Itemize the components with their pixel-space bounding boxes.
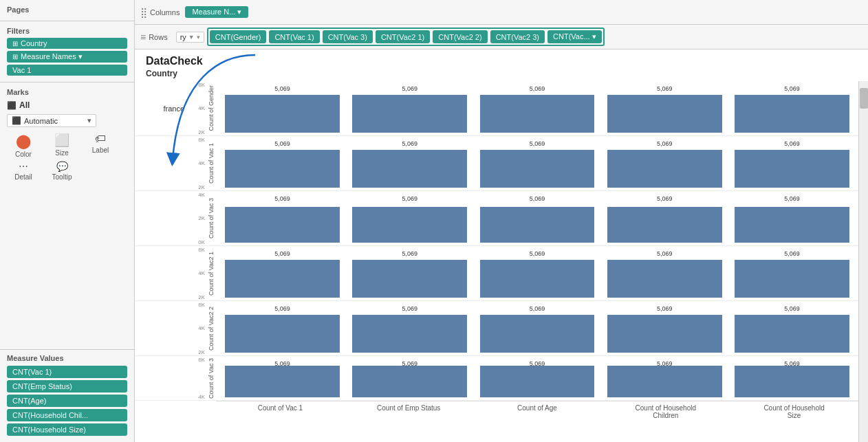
y-label-row2: Count of Vac 3 bbox=[206, 197, 216, 240]
mv-pill-vac1[interactable]: CNT(Vac 1) bbox=[7, 366, 127, 378]
cnt-vac21-label: CNT(Vac2 1) bbox=[381, 33, 424, 41]
cnt-pill-more[interactable]: CNT(Vac... ▾ bbox=[547, 30, 602, 43]
mv-pill-household-chil[interactable]: CNT(Household Chil... bbox=[7, 409, 127, 421]
vertical-scrollbar[interactable] bbox=[858, 81, 868, 442]
cnt-vac22-label: CNT(Vac2 2) bbox=[438, 33, 481, 41]
cnt-pill-gender[interactable]: CNT(Gender) bbox=[210, 30, 267, 43]
bar-cell-1-1: 5,069 bbox=[347, 139, 472, 188]
color-button[interactable]: ⬤ Color bbox=[7, 133, 40, 158]
viz-country-header: Country bbox=[135, 69, 868, 81]
columns-icon: ⣿ bbox=[140, 7, 147, 18]
rows-toolbar: ≡ Rows ry ▼ ▾ CNT(Gender) CNT(Vac 1) CNT… bbox=[135, 25, 868, 49]
bar-value-4-4: 5,069 bbox=[730, 305, 854, 312]
bar-value-3-2: 5,069 bbox=[475, 250, 599, 257]
cnt-vac3-label: CNT(Vac 3) bbox=[328, 33, 367, 41]
bar-rect-0-4 bbox=[735, 95, 849, 133]
label-button[interactable]: 🏷 Label bbox=[84, 133, 117, 158]
bar-cell-1-0: 5,069 bbox=[220, 139, 345, 188]
bar-value-0-1: 5,069 bbox=[347, 85, 472, 92]
color-icon: ⬤ bbox=[16, 133, 31, 149]
bars-row-2: 5,069 5,069 5,069 5,069 bbox=[216, 191, 858, 245]
cnt-vac1-label: CNT(Vac 1) bbox=[274, 33, 314, 41]
filters-title: Filters bbox=[7, 27, 127, 35]
cnt-pill-vac1[interactable]: CNT(Vac 1) bbox=[269, 30, 319, 43]
bar-rect-0-2 bbox=[480, 95, 595, 133]
bar-cell-3-2: 5,069 bbox=[475, 249, 599, 298]
bar-rect-3-0 bbox=[225, 260, 340, 298]
bar-cell-0-3: 5,069 bbox=[603, 84, 727, 133]
size-label: Size bbox=[55, 149, 68, 157]
cnt-pills-container: CNT(Gender) CNT(Vac 1) CNT(Vac 3) CNT(Va… bbox=[207, 27, 605, 46]
cnt-pill-vac21[interactable]: CNT(Vac2 1) bbox=[376, 30, 430, 43]
chart-body: france 6K 4K 2K Count of Gender 6K 4K 2K bbox=[135, 81, 868, 442]
label-label: Label bbox=[92, 146, 109, 154]
x-label-0: Count of Vac 1 bbox=[216, 401, 345, 422]
y-row1: 6K 4K 2K Count of Vac 1 bbox=[135, 136, 216, 191]
bar-value-4-1: 5,069 bbox=[347, 305, 472, 312]
bar-rect-3-3 bbox=[607, 260, 722, 298]
filter-vac1-label: Vac 1 bbox=[12, 66, 31, 74]
cnt-pill-vac22[interactable]: CNT(Vac2 2) bbox=[433, 30, 487, 43]
bar-value-3-0: 5,069 bbox=[220, 250, 345, 257]
y-row2: 4K 2K 0K Count of Vac 3 bbox=[135, 191, 216, 246]
bar-cell-5-2: 5,069 bbox=[475, 359, 599, 397]
filter-vac1[interactable]: Vac 1 bbox=[7, 65, 127, 76]
chart-row-4: 5,069 5,069 5,069 5,069 bbox=[216, 301, 858, 356]
chart-row-2: 5,069 5,069 5,069 5,069 bbox=[216, 191, 858, 246]
y-ticks-row5: 6K 4K bbox=[187, 357, 206, 400]
filter-measure-names[interactable]: ⊞ Measure Names ▾ bbox=[7, 51, 127, 63]
bar-value-2-4: 5,069 bbox=[730, 195, 854, 202]
rows-pill-label: ry bbox=[180, 33, 186, 41]
bar-cell-1-2: 5,069 bbox=[475, 139, 599, 188]
mv-pill-empstatus[interactable]: CNT(Emp Status) bbox=[7, 380, 127, 393]
size-button[interactable]: ⬜ Size bbox=[45, 133, 78, 158]
marks-type-dropdown[interactable]: ⬛ Automatic ▾ bbox=[7, 114, 96, 127]
y-row3: 6K 4K 2K Count of Vac2 1 bbox=[135, 246, 216, 301]
bar-value-2-0: 5,069 bbox=[220, 195, 345, 202]
mv-pill-age[interactable]: CNT(Age) bbox=[7, 395, 127, 407]
bar-cell-1-4: 5,069 bbox=[730, 139, 854, 188]
bar-cell-4-2: 5,069 bbox=[475, 304, 599, 353]
bar-value-1-2: 5,069 bbox=[475, 140, 599, 147]
y-row4: 6K 4K 2K Count of Vac2 2 bbox=[135, 301, 216, 356]
y-label-row0: Count of Gender bbox=[206, 84, 216, 133]
marks-all-label: All bbox=[19, 100, 30, 110]
x-label-2: Count of Age bbox=[473, 401, 602, 422]
bar-value-0-3: 5,069 bbox=[603, 85, 727, 92]
detail-button[interactable]: ⋯ Detail bbox=[7, 161, 40, 181]
bar-cell-5-1: 5,069 bbox=[347, 359, 472, 397]
bar-value-2-2: 5,069 bbox=[475, 195, 599, 202]
mv-pill-household-size[interactable]: CNT(Household Size) bbox=[7, 423, 127, 436]
columns-measure-pill[interactable]: Measure N... ▾ bbox=[185, 6, 248, 18]
label-icon: 🏷 bbox=[95, 133, 106, 145]
x-label-1: Count of Emp Status bbox=[345, 401, 473, 422]
dropdown-arrow-icon: ▾ bbox=[87, 116, 91, 125]
bar-rect-2-2 bbox=[480, 207, 595, 243]
filter-country[interactable]: ⊞ Country bbox=[7, 38, 127, 49]
cnt-more-label: CNT(Vac... ▾ bbox=[553, 32, 596, 41]
chart-row-3: 5,069 5,069 5,069 5,069 bbox=[216, 246, 858, 301]
cnt-pill-vac23[interactable]: CNT(Vac2 3) bbox=[490, 30, 545, 43]
bar-value-0-2: 5,069 bbox=[475, 85, 599, 92]
y-label-row4: Count of Vac2 2 bbox=[206, 305, 216, 352]
pages-section: Pages bbox=[0, 0, 134, 21]
y-label-row1: Count of Vac 1 bbox=[206, 142, 216, 185]
scrollbar-thumb[interactable] bbox=[860, 88, 868, 109]
rows-pill[interactable]: ry ▼ ▾ bbox=[176, 32, 204, 43]
bar-value-1-1: 5,069 bbox=[347, 140, 472, 147]
bar-cell-4-4: 5,069 bbox=[730, 304, 854, 353]
cnt-pill-vac3[interactable]: CNT(Vac 3) bbox=[323, 30, 373, 43]
filter-icon2: ⊞ bbox=[12, 53, 18, 60]
bar-rect-3-2 bbox=[480, 260, 595, 298]
marks-title: Marks bbox=[7, 88, 127, 96]
viz-area: DataCheck Country france 6K 4K 2K Count … bbox=[135, 49, 868, 442]
x-label-4: Count of Household Size bbox=[730, 401, 858, 422]
bar-value-2-3: 5,069 bbox=[603, 195, 727, 202]
bar-rect-3-4 bbox=[735, 260, 849, 298]
tooltip-button[interactable]: 💬 Tooltip bbox=[45, 161, 78, 181]
y-ticks-row3: 6K 4K 2K bbox=[187, 247, 206, 300]
columns-toolbar: ⣿ Columns Measure N... ▾ bbox=[135, 0, 868, 25]
chart-row-0: 5,069 5,069 5,069 5,069 bbox=[216, 81, 858, 136]
bar-value-0-4: 5,069 bbox=[730, 85, 854, 92]
bar-rect-1-1 bbox=[352, 150, 467, 188]
